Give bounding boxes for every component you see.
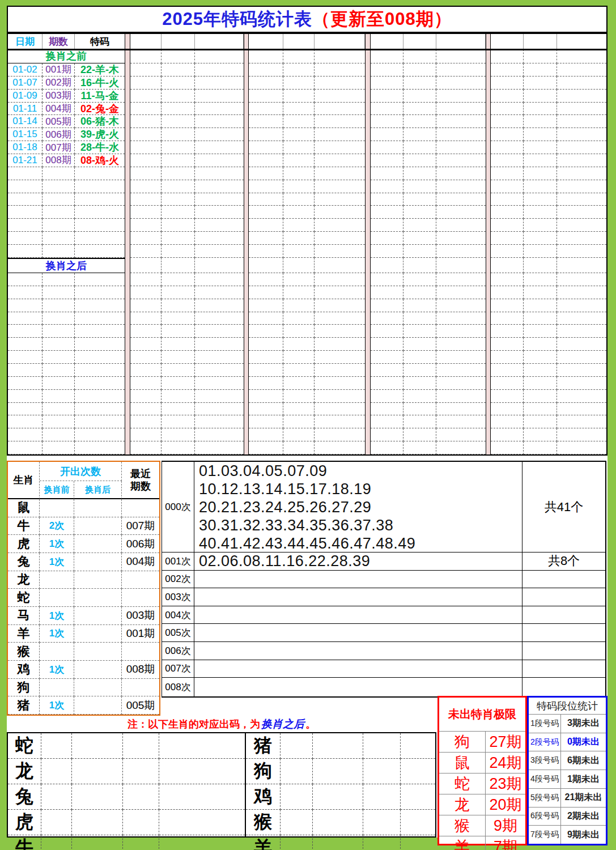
group-header-cell	[524, 34, 557, 49]
empty-cell	[159, 835, 245, 850]
empty-cell	[371, 115, 403, 128]
empty-cell	[491, 377, 524, 390]
stats-zodiac-cell: 蛇	[8, 589, 40, 607]
unseen-zodiac: 鼠	[439, 753, 486, 773]
empty-cell	[75, 245, 125, 258]
empty-cell	[249, 154, 283, 167]
empty-cell	[524, 141, 557, 154]
unseen-zodiac: 狗	[439, 732, 486, 752]
empty-cell	[162, 428, 195, 441]
empty-cell	[249, 245, 283, 258]
empty-cell	[315, 312, 365, 325]
empty-cell	[249, 312, 283, 325]
empty-cell	[313, 835, 363, 850]
segment-row: 7段号码9期未出	[529, 825, 606, 844]
empty-cell	[195, 428, 244, 441]
empty-cell	[557, 245, 606, 258]
empty-cell	[195, 232, 244, 245]
code-cell: 22-羊-木	[75, 63, 125, 76]
code-cell: 08-鸡-火	[75, 154, 125, 167]
segment-label: 2段号码	[529, 733, 561, 751]
empty-cell	[8, 219, 43, 232]
zodiac-cell: 虎	[8, 810, 41, 835]
unseen-limit-row: 羊7期	[439, 836, 525, 850]
empty-cell	[8, 390, 43, 403]
empty-cell	[524, 219, 557, 232]
empty-cell	[41, 759, 72, 784]
empty-cell	[283, 232, 315, 245]
empty-cell	[371, 364, 403, 377]
zodiac-cell: 鸡	[246, 784, 281, 810]
segment-value: 1期未出	[561, 770, 606, 788]
numbers-line: 20.21.23.24.25.26.27.29	[199, 498, 522, 516]
stats-recent-cell: 006期	[122, 535, 159, 553]
empty-cell	[491, 180, 524, 193]
times-numbers	[194, 660, 522, 678]
empty-cell	[195, 258, 244, 273]
unseen-limit-box: 未出特肖极限 狗27期鼠24期蛇23期龙20期猴9期羊7期	[437, 696, 527, 845]
note-text-suffix: 。	[305, 717, 316, 731]
empty-cell	[130, 325, 162, 338]
empty-cell	[371, 403, 403, 416]
times-row: 003次	[162, 588, 605, 606]
empty-cell	[401, 759, 435, 784]
empty-cell	[436, 245, 486, 258]
empty-cell	[524, 312, 557, 325]
empty-cell	[195, 76, 244, 90]
segment-row: 5段号码21期未出	[529, 788, 606, 807]
group-header-cell	[162, 34, 195, 49]
empty-cell	[8, 167, 43, 180]
times-row: 007次	[162, 660, 605, 678]
stats-zodiac-cell: 狗	[8, 679, 40, 697]
empty-cell	[283, 103, 315, 116]
empty-cell	[524, 325, 557, 338]
empty-cell	[281, 784, 313, 810]
stats-recent-cell: 007期	[122, 517, 159, 536]
empty-cell	[195, 167, 244, 180]
empty-cell	[75, 167, 125, 180]
segment-stats-title: 特码段位统计	[529, 698, 606, 715]
empty-cell	[313, 733, 363, 759]
empty-cell	[436, 193, 486, 206]
empty-cell	[283, 273, 315, 286]
empty-cell	[283, 115, 315, 128]
empty-cell	[403, 232, 436, 245]
empty-cell	[249, 167, 283, 180]
empty-cell	[43, 338, 75, 351]
empty-cell	[162, 193, 195, 206]
empty-cell	[403, 415, 436, 428]
stats-recent-cell	[122, 643, 159, 661]
empty-cell	[72, 810, 123, 835]
empty-cell	[195, 219, 244, 232]
stats-before-cell: 1次	[40, 661, 74, 679]
empty-cell	[371, 232, 403, 245]
empty-cell	[283, 390, 315, 403]
stats-before-cell	[40, 679, 74, 697]
empty-cell	[41, 733, 72, 759]
empty-cell	[130, 128, 162, 141]
empty-cell	[524, 76, 557, 90]
zodiac-grid-left: 蛇龙兔虎牛鼠	[7, 732, 246, 838]
empty-cell	[524, 441, 557, 454]
empty-cell	[436, 338, 486, 351]
empty-cell	[557, 258, 606, 273]
empty-cell	[249, 364, 283, 377]
zodiac-cell: 狗	[246, 759, 281, 784]
empty-cell	[557, 90, 606, 103]
date-cell: 01-18	[8, 141, 43, 154]
empty-cell	[8, 428, 43, 441]
unseen-periods: 27期	[486, 732, 525, 752]
empty-cell	[557, 390, 606, 403]
empty-cell	[524, 49, 557, 63]
empty-cell	[436, 232, 486, 245]
empty-cell	[403, 377, 436, 390]
empty-cell	[123, 810, 159, 835]
times-total	[522, 571, 605, 588]
empty-cell	[315, 103, 365, 116]
empty-cell	[130, 219, 162, 232]
empty-cell	[130, 232, 162, 245]
empty-cell	[315, 180, 365, 193]
group-header-cell	[130, 34, 162, 49]
empty-cell	[524, 180, 557, 193]
empty-cell	[436, 299, 486, 312]
